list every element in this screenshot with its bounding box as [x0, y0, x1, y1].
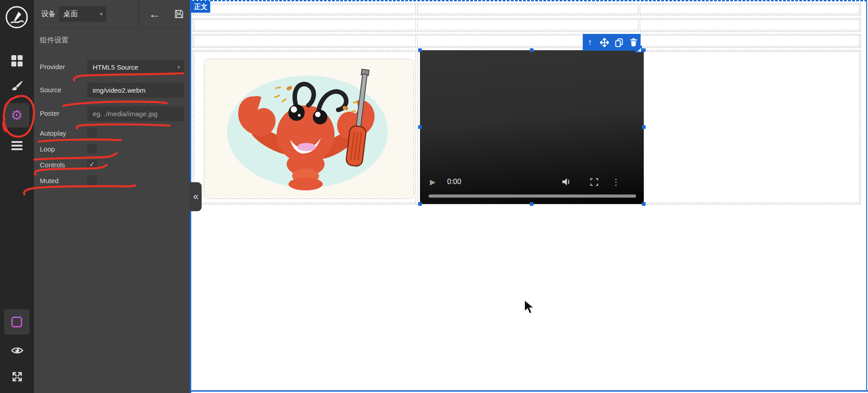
row-cell[interactable]	[640, 19, 859, 30]
panel-collapse-button[interactable]: «	[190, 182, 202, 211]
play-icon[interactable]: ▶	[430, 178, 435, 186]
back-arrow-icon: ←	[149, 7, 160, 21]
layers-menu-icon[interactable]	[0, 133, 34, 158]
chevron-down-icon: ▾	[177, 64, 180, 70]
resize-handle-w[interactable]	[418, 125, 422, 129]
empty-cell[interactable]	[640, 52, 859, 203]
field-label: Autoplay	[40, 129, 66, 137]
preview-eye-icon[interactable]	[0, 338, 34, 363]
overflow-menu-icon[interactable]: ⋮	[612, 177, 620, 187]
volume-icon[interactable]	[561, 177, 571, 188]
row-cell[interactable]	[417, 19, 638, 30]
video-progress-bar[interactable]	[429, 194, 636, 198]
resize-handle-se[interactable]	[642, 202, 646, 206]
move-arrows-icon	[600, 38, 609, 47]
resize-handle-s[interactable]	[530, 202, 533, 206]
body-right-border	[866, 0, 867, 392]
image-cell[interactable]	[194, 52, 416, 203]
source-input[interactable]	[87, 83, 184, 98]
layout-row-media[interactable]: ▶ 0:00	[193, 50, 861, 204]
field-label: Poster	[40, 109, 59, 117]
row-cell[interactable]	[640, 5, 859, 14]
row-cell[interactable]	[194, 19, 416, 30]
field-row-poster: Poster	[34, 106, 190, 122]
field-row-source: Source	[34, 83, 190, 98]
device-dropdown[interactable]: 桌面 ▾	[59, 6, 106, 22]
field-row-autoplay: Autoplay	[34, 126, 190, 142]
icon-sidebar: ⚙	[0, 0, 34, 393]
field-label: Source	[40, 86, 61, 94]
body-top-border	[190, 0, 867, 1]
settings-gear-icon[interactable]: ⚙	[4, 103, 29, 128]
row-cell[interactable]	[417, 5, 638, 14]
video-time: 0:00	[447, 178, 461, 186]
field-row-loop: Loop	[34, 142, 190, 157]
field-row-provider: Provider HTML5 Source ▾	[34, 60, 190, 75]
select-box-icon[interactable]	[4, 309, 29, 335]
autoplay-checkbox[interactable]	[87, 128, 97, 137]
move-up-button[interactable]: ↑	[584, 37, 596, 48]
body-label-badge: 正文	[191, 1, 210, 13]
layout-row[interactable]	[193, 34, 861, 48]
resize-handle-e[interactable]	[642, 125, 646, 129]
resize-handle-sw[interactable]	[418, 202, 422, 206]
field-label: Muted	[40, 177, 59, 185]
field-label: Loop	[40, 145, 55, 153]
save-floppy-icon	[174, 9, 184, 19]
poster-input[interactable]	[87, 106, 184, 121]
undo-back-button[interactable]: ←	[144, 0, 165, 28]
video-player[interactable]: ▶ 0:00	[420, 50, 644, 204]
chevron-down-icon: ▾	[100, 11, 103, 17]
topbar-divider	[138, 0, 139, 28]
muted-checkbox[interactable]	[87, 175, 97, 185]
field-row-muted: Muted	[34, 174, 190, 189]
page-builder-app: ⚙ 设备	[0, 0, 868, 393]
collapse-chevrons-icon: «	[193, 191, 198, 203]
resize-handle-ne[interactable]	[642, 48, 646, 52]
device-dropdown-value: 桌面	[63, 9, 78, 19]
row-cell[interactable]	[640, 35, 859, 47]
resize-handle-n[interactable]	[530, 48, 533, 52]
field-row-controls: Controls ✓	[34, 158, 190, 173]
duplicate-button[interactable]	[613, 37, 625, 48]
drag-move-button[interactable]	[599, 37, 610, 48]
provider-select-value: HTML5 Source	[93, 63, 138, 71]
fullscreen-expand-icon[interactable]	[0, 365, 34, 389]
video-controls: ▶ 0:00	[420, 176, 644, 189]
field-label: Controls	[40, 161, 65, 169]
copy-icon	[615, 38, 623, 47]
editor-canvas[interactable]: 正文	[190, 0, 868, 393]
row-cell[interactable]	[194, 35, 416, 47]
layout-row[interactable]	[193, 18, 861, 32]
paintbrush-icon[interactable]	[0, 74, 34, 98]
fullscreen-icon[interactable]	[590, 178, 599, 188]
save-button[interactable]	[169, 0, 189, 28]
gear-glyph: ⚙	[11, 109, 23, 122]
component-toolbar: ↑	[583, 34, 641, 51]
component-settings-panel: 组件设置 Provider HTML5 Source ▾ Source Post…	[34, 28, 190, 393]
resize-handle-nw[interactable]	[418, 48, 422, 52]
crab-image[interactable]	[204, 59, 414, 199]
app-logo-pen-icon	[5, 5, 28, 29]
top-bar: 设备 桌面 ▾ ←	[34, 0, 190, 28]
provider-select[interactable]: HTML5 Source ▾	[87, 60, 184, 75]
field-label: Provider	[40, 63, 65, 71]
controls-checkbox[interactable]: ✓	[87, 160, 97, 169]
body-bottom-border	[190, 390, 868, 392]
row-cell[interactable]	[194, 5, 416, 14]
checkmark-icon: ✓	[89, 160, 95, 169]
panel-title: 组件设置	[40, 36, 69, 45]
arrow-up-icon: ↑	[588, 38, 592, 47]
device-label: 设备	[41, 9, 56, 19]
layout-row[interactable]	[193, 3, 861, 15]
loop-checkbox[interactable]	[87, 144, 97, 153]
selection-corner-badge	[635, 46, 642, 52]
blocks-icon[interactable]	[0, 48, 34, 73]
